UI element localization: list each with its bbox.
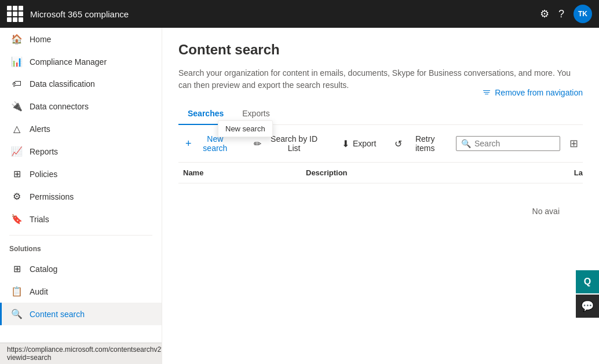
- remove-nav-icon: [482, 88, 491, 97]
- sidebar-item-label: Alerts: [30, 124, 50, 134]
- sidebar-item-data-classification[interactable]: 🏷 Data classification: [0, 73, 162, 95]
- waffle-menu[interactable]: [7, 6, 23, 22]
- sidebar-item-label: Data classification: [30, 79, 95, 89]
- sidebar-item-audit[interactable]: 📋 Audit: [0, 280, 162, 303]
- sidebar-item-alerts[interactable]: △ Alerts: [0, 117, 162, 140]
- sidebar-item-permissions[interactable]: ⚙ Permissions: [0, 185, 162, 208]
- pencil-icon: ✏: [254, 138, 261, 149]
- content-search-icon: 🔍: [11, 308, 23, 319]
- catalog-icon: ⊞: [11, 263, 23, 274]
- main-content-area: Content search Remove from navigation Se…: [162, 28, 599, 364]
- retry-items-button[interactable]: ↺ Retry items: [388, 131, 451, 156]
- retry-icon: ↺: [395, 138, 402, 149]
- topbar-icons: ⚙ ? TK: [540, 5, 592, 23]
- sidebar-item-label: Permissions: [30, 192, 74, 201]
- status-url: https://compliance.microsoft.com/content…: [7, 345, 162, 362]
- empty-state: No avai: [178, 183, 583, 239]
- grid-view-button[interactable]: ⊞: [565, 134, 583, 153]
- sidebar: 🏠 Home 📊 Compliance Manager 🏷 Data class…: [0, 28, 162, 364]
- alerts-icon: △: [11, 123, 23, 134]
- data-connectors-icon: 🔌: [11, 101, 23, 112]
- search-icon: 🔍: [461, 139, 471, 148]
- compliance-manager-icon: 📊: [11, 56, 23, 67]
- layout: 🏠 Home 📊 Compliance Manager 🏷 Data class…: [0, 28, 599, 364]
- empty-text: No avai: [532, 207, 560, 216]
- sidebar-item-label: Trials: [30, 215, 49, 224]
- remove-from-nav-button[interactable]: Remove from navigation: [477, 86, 587, 100]
- page-content: Content search Remove from navigation Se…: [162, 28, 599, 364]
- page-title: Content search: [178, 42, 280, 58]
- sidebar-item-label: Data connectors: [30, 102, 89, 111]
- feedback-icon: 💬: [581, 300, 594, 312]
- sidebar-item-label: Content search: [30, 310, 85, 319]
- export-label: Export: [353, 139, 376, 148]
- sidebar-divider: [9, 235, 152, 236]
- sidebar-item-content-search[interactable]: 🔍 Content search: [0, 303, 162, 325]
- retry-label: Retry items: [406, 134, 444, 153]
- feedback-button[interactable]: 💬: [576, 295, 599, 318]
- trials-icon: 🔖: [11, 214, 23, 225]
- permissions-icon: ⚙: [11, 191, 23, 202]
- sidebar-item-trials[interactable]: 🔖 Trials: [0, 208, 162, 230]
- settings-icon[interactable]: ⚙: [540, 8, 549, 20]
- sidebar-item-label: Home: [30, 35, 51, 44]
- export-button[interactable]: ⬇ Export: [335, 135, 383, 153]
- sidebar-item-label: Compliance Manager: [30, 57, 107, 67]
- sidebar-item-home[interactable]: 🏠 Home: [0, 28, 162, 50]
- sidebar-item-policies[interactable]: ⊞ Policies: [0, 163, 162, 185]
- statusbar: https://compliance.microsoft.com/content…: [0, 343, 162, 364]
- col-last-header: La: [536, 168, 583, 177]
- audit-icon: 📋: [11, 286, 23, 297]
- toolbar: + New search ✏ Search by ID List ⬇ Expor…: [178, 125, 583, 163]
- sidebar-item-reports[interactable]: 📈 Reports: [0, 140, 162, 163]
- chat-bot-button[interactable]: Q: [576, 270, 599, 293]
- data-classification-icon: 🏷: [11, 79, 23, 89]
- policies-icon: ⊞: [11, 168, 23, 179]
- remove-nav-label: Remove from navigation: [495, 88, 583, 97]
- col-name-header: Name: [178, 168, 306, 177]
- plus-icon: +: [185, 138, 192, 150]
- search-input[interactable]: [474, 139, 556, 148]
- topbar: Microsoft 365 compliance ⚙ ? TK: [0, 0, 599, 28]
- app-title: Microsoft 365 compliance: [30, 9, 533, 19]
- tooltip-new-search: New search: [218, 120, 273, 137]
- search-by-id-label: Search by ID List: [265, 134, 323, 153]
- sidebar-item-label: Reports: [30, 147, 58, 156]
- solutions-label: Solutions: [0, 240, 162, 258]
- sidebar-item-catalog[interactable]: ⊞ Catalog: [0, 258, 162, 280]
- sidebar-item-label: Policies: [30, 170, 57, 179]
- sidebar-item-data-connectors[interactable]: 🔌 Data connectors: [0, 95, 162, 117]
- reports-icon: 📈: [11, 146, 23, 157]
- sidebar-item-compliance-manager[interactable]: 📊 Compliance Manager: [0, 50, 162, 73]
- table-header: Name Description La: [178, 163, 583, 183]
- col-desc-header: Description: [306, 168, 536, 177]
- floating-buttons: Q 💬: [576, 270, 599, 318]
- sidebar-item-label: Audit: [30, 287, 48, 296]
- search-box[interactable]: 🔍: [456, 136, 560, 151]
- help-icon[interactable]: ?: [558, 8, 564, 20]
- bot-icon: Q: [584, 277, 591, 287]
- avatar[interactable]: TK: [574, 5, 592, 23]
- sidebar-item-label: Catalog: [30, 264, 57, 274]
- home-icon: 🏠: [11, 34, 23, 45]
- download-icon: ⬇: [342, 138, 349, 149]
